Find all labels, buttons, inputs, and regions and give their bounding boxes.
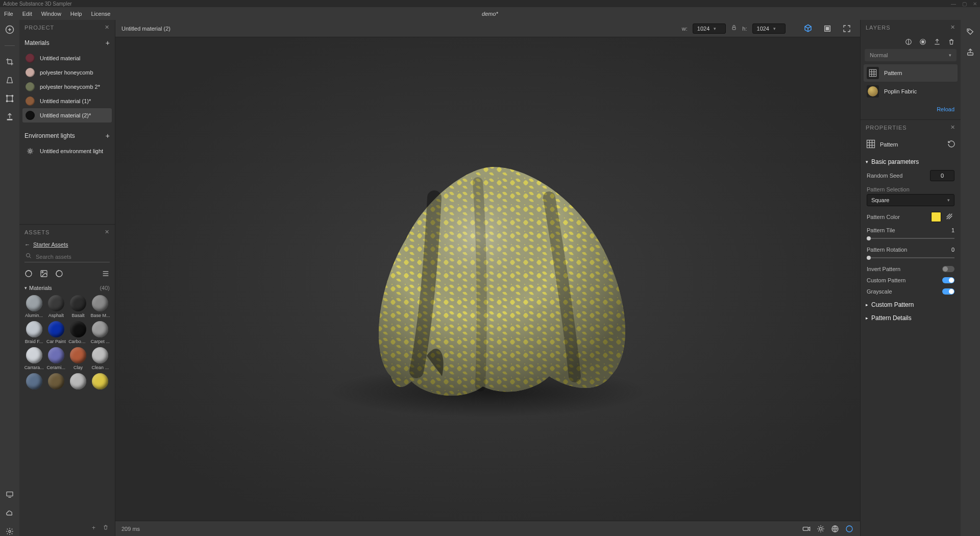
layer-item[interactable]: Pattern	[864, 64, 958, 82]
invert-toggle[interactable]	[942, 266, 954, 272]
back-icon[interactable]: ←	[24, 241, 30, 248]
bounding-box-icon[interactable]	[5, 94, 14, 103]
delete-asset-icon[interactable]	[103, 524, 109, 532]
tag-icon[interactable]	[966, 27, 975, 36]
filter-material-icon[interactable]	[24, 270, 33, 278]
asset-item[interactable]	[45, 373, 66, 391]
search-input[interactable]	[24, 252, 110, 262]
svg-point-4	[6, 95, 8, 96]
crop-icon[interactable]	[5, 57, 14, 66]
asset-item[interactable]: Carrara...	[23, 347, 44, 370]
random-seed-input[interactable]	[930, 170, 954, 181]
share-icon[interactable]	[966, 47, 975, 57]
pattern-color-label: Pattern Color	[867, 214, 927, 220]
pattern-rotation-slider[interactable]	[867, 257, 954, 258]
pattern-details-section[interactable]: ▸ Pattern Details	[861, 310, 961, 324]
pattern-tile-slider[interactable]	[867, 238, 954, 239]
grayscale-toggle[interactable]	[942, 288, 954, 295]
width-select[interactable]: 1024▾	[693, 23, 726, 34]
desktop-icon[interactable]	[5, 490, 14, 499]
cloud-icon[interactable]	[5, 508, 14, 518]
fullscreen-icon[interactable]	[840, 21, 854, 36]
close-layers-icon[interactable]: ✕	[950, 24, 955, 31]
settings-icon[interactable]	[5, 527, 14, 536]
pattern-tile-label: Pattern Tile	[867, 227, 947, 233]
close-assets-icon[interactable]: ✕	[105, 229, 110, 235]
right-toolbar	[961, 20, 980, 536]
asset-item[interactable]: Carbon ...	[68, 321, 89, 344]
gradient-icon[interactable]	[945, 212, 954, 222]
add-icon[interactable]	[5, 25, 14, 34]
asset-item[interactable]	[23, 373, 44, 391]
close-icon[interactable]: ✕	[973, 1, 977, 7]
asset-item[interactable]: Carpet ...	[90, 321, 111, 344]
env-item[interactable]: Untitled environment light	[22, 144, 112, 158]
render-mode-icon[interactable]	[845, 524, 854, 533]
add-asset-icon[interactable]: +	[92, 524, 95, 532]
add-material-icon[interactable]: +	[106, 39, 110, 47]
breadcrumb-link[interactable]: Starter Assets	[33, 241, 68, 248]
custom-toggle[interactable]	[942, 277, 954, 283]
properties-panel: PROPERTIES ✕ Pattern ▾ Basic parameters …	[861, 120, 961, 536]
pattern-selection-select[interactable]: Square▾	[867, 194, 954, 206]
asset-item[interactable]: Basalt	[68, 295, 89, 318]
svg-rect-37	[869, 69, 876, 77]
material-item[interactable]: Untitled material	[22, 51, 112, 65]
material-item[interactable]: polyester honeycomb 2*	[22, 80, 112, 94]
asset-item[interactable]: Alumin...	[23, 295, 44, 318]
asset-thumbnail	[92, 373, 108, 389]
asset-thumbnail	[48, 373, 64, 389]
perspective-icon[interactable]	[5, 76, 14, 85]
minimize-icon[interactable]: —	[951, 1, 956, 7]
layer-mask-icon[interactable]	[919, 38, 927, 46]
asset-item[interactable]: Clay	[68, 347, 89, 370]
asset-item[interactable]: Base M...	[90, 295, 111, 318]
close-panel-icon[interactable]: ✕	[105, 24, 110, 31]
asset-item[interactable]	[68, 373, 89, 391]
camera-icon[interactable]	[802, 524, 811, 533]
material-item[interactable]: polyester honeycomb	[22, 65, 112, 80]
view-3d-icon[interactable]	[801, 21, 815, 36]
chevron-down-icon[interactable]: ▾	[24, 285, 27, 290]
viewport-3d[interactable]	[115, 37, 860, 521]
menu-edit[interactable]: Edit	[22, 11, 32, 17]
asset-item[interactable]: Cerami...	[45, 347, 66, 370]
asset-item[interactable]: Car Paint	[45, 321, 66, 344]
height-select[interactable]: 1024▾	[752, 23, 786, 34]
filter-image-icon[interactable]	[40, 270, 48, 278]
reload-link[interactable]: Reload	[937, 106, 954, 112]
blend-mode-select[interactable]: Normal▾	[865, 49, 957, 61]
view-list-icon[interactable]	[102, 270, 110, 278]
menu-license[interactable]: License	[91, 11, 110, 17]
pattern-color-swatch[interactable]	[931, 212, 941, 222]
material-item[interactable]: Untitled material (1)*	[22, 94, 112, 108]
chevron-down-icon: ▾	[866, 159, 868, 164]
send-to-icon[interactable]	[5, 112, 14, 121]
environment-icon[interactable]	[816, 524, 825, 533]
svg-point-17	[42, 272, 43, 273]
display-settings-icon[interactable]	[830, 524, 840, 533]
maximize-icon[interactable]: ▢	[962, 1, 967, 7]
project-title: PROJECT	[24, 25, 54, 31]
add-env-icon[interactable]: +	[106, 132, 110, 140]
delete-layer-icon[interactable]	[947, 38, 955, 46]
reset-icon[interactable]	[947, 140, 955, 149]
asset-item[interactable]	[90, 373, 111, 391]
layer-adjust-icon[interactable]	[904, 38, 913, 46]
export-icon[interactable]	[933, 38, 941, 46]
material-item[interactable]: Untitled material (2)*	[22, 108, 112, 123]
asset-item[interactable]: Asphalt	[45, 295, 66, 318]
close-properties-icon[interactable]: ✕	[950, 124, 955, 131]
filter-env-icon[interactable]	[55, 270, 63, 278]
asset-item[interactable]: Braid F...	[23, 321, 44, 344]
menu-window[interactable]: Window	[41, 11, 61, 17]
layer-item[interactable]: Poplin Fabric	[864, 83, 958, 100]
custom-pattern-section[interactable]: ▸ Custom Pattern	[861, 297, 961, 310]
view-2d-icon[interactable]	[820, 21, 835, 36]
asset-thumbnail	[48, 321, 64, 337]
asset-item[interactable]: Clean ...	[90, 347, 111, 370]
menu-file[interactable]: File	[4, 11, 13, 17]
menu-help[interactable]: Help	[70, 11, 82, 17]
lock-aspect-icon[interactable]	[731, 25, 737, 32]
basic-params-section[interactable]: ▾ Basic parameters	[861, 154, 961, 167]
